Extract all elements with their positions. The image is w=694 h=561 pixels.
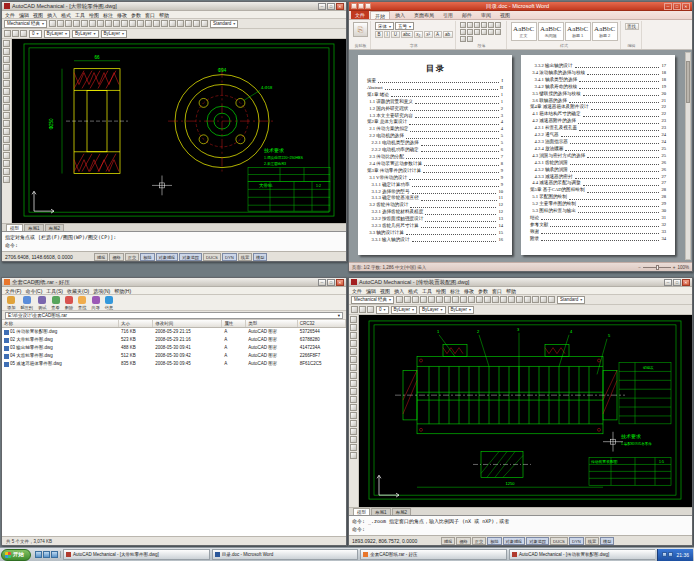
workspace-dropdown[interactable]: Mechanical 经典▾ xyxy=(4,20,47,28)
tab-文件[interactable]: 文件 xyxy=(351,11,369,19)
construction-line-icon[interactable] xyxy=(350,324,357,331)
wizard-button[interactable]: 向导 xyxy=(91,296,99,310)
multilevel-list-icon[interactable] xyxy=(474,22,480,28)
extract-button[interactable]: 解压到 xyxy=(20,296,33,310)
test-button[interactable]: 测试 xyxy=(38,296,46,310)
tab-布局2[interactable]: 布局2 xyxy=(45,224,65,231)
open-icon[interactable] xyxy=(404,296,411,303)
align-right-icon[interactable] xyxy=(481,29,487,35)
menu-工具[interactable]: 工具 xyxy=(75,12,85,18)
arc-icon[interactable] xyxy=(350,356,357,363)
taskbar-button[interactable]: 目录.doc - Microsoft Word xyxy=(212,549,359,560)
menu-选项(N)[interactable]: 选项(N) xyxy=(93,288,110,294)
column-header-类型[interactable]: 类型 xyxy=(246,320,298,327)
mode-栅格[interactable]: 栅格 xyxy=(109,253,123,261)
mode-模型[interactable]: 模型 xyxy=(253,253,267,261)
borders-icon[interactable] xyxy=(467,36,473,42)
circle-icon[interactable] xyxy=(3,88,10,95)
zoom-slider[interactable] xyxy=(643,267,671,268)
region-icon[interactable] xyxy=(3,160,10,167)
paste-icon[interactable] xyxy=(113,20,120,27)
region-icon[interactable] xyxy=(350,436,357,443)
new-icon[interactable] xyxy=(49,20,56,27)
gradient-icon[interactable] xyxy=(3,152,10,159)
layer-dropdown[interactable]: 0▾ xyxy=(376,306,389,314)
mode-线宽[interactable]: 线宽 xyxy=(585,537,599,545)
menu-编辑[interactable]: 编辑 xyxy=(366,288,376,294)
repeat-icon[interactable] xyxy=(365,3,371,9)
tab-布局1[interactable]: 布局1 xyxy=(24,224,44,231)
increase-indent-icon[interactable] xyxy=(488,22,494,28)
tab-模型[interactable]: 模型 xyxy=(6,224,23,231)
taskbar-button[interactable]: 全套CAD图纸.rar - 好压 xyxy=(360,549,507,560)
maximize-button[interactable]: □ xyxy=(673,3,681,10)
publish-icon[interactable] xyxy=(436,296,443,303)
find-button[interactable]: 查找 xyxy=(78,296,86,310)
start-button[interactable]: 开始 xyxy=(1,549,31,561)
publish-icon[interactable] xyxy=(89,20,96,27)
superscript-button[interactable]: x² xyxy=(424,31,433,38)
close-button[interactable]: ✕ xyxy=(682,279,690,286)
undo-icon[interactable] xyxy=(476,296,483,303)
layer-properties-icon[interactable] xyxy=(351,306,358,313)
bullets-icon[interactable] xyxy=(460,22,466,28)
match-properties-icon[interactable] xyxy=(121,20,128,27)
text-style-dropdown[interactable]: Standard▾ xyxy=(557,296,585,304)
match-properties-icon[interactable] xyxy=(468,296,475,303)
tab-模型[interactable]: 模型 xyxy=(353,508,370,515)
polygon-icon[interactable] xyxy=(350,340,357,347)
table-icon[interactable] xyxy=(3,168,10,175)
save-icon[interactable] xyxy=(412,296,419,303)
table-row[interactable]: 05 减速器箱体零件图.dwg835 KB2008-05-30 09:45AAu… xyxy=(2,360,346,368)
path-dropdown[interactable]: E:\毕业设计\全套CAD图纸.rar▾ xyxy=(5,312,343,319)
spline-icon[interactable] xyxy=(3,104,10,111)
save-icon[interactable] xyxy=(351,3,357,9)
style-标题 1[interactable]: AaBbC标题 1 xyxy=(565,22,591,41)
mode-捕捉[interactable]: 捕捉 xyxy=(441,537,455,545)
document-area[interactable]: 目 录 摘要IAbstractII第1章 绪论1 1.1 课题的背景和意义1 1… xyxy=(349,50,692,262)
redo-icon[interactable] xyxy=(484,296,491,303)
mode-线宽[interactable]: 线宽 xyxy=(238,253,252,261)
layer-states-icon[interactable] xyxy=(359,306,366,313)
line-spacing-icon[interactable] xyxy=(495,29,501,35)
plot-preview-icon[interactable] xyxy=(428,296,435,303)
table-row[interactable]: 03 输出轴零件图.dwg488 KB2008-05-30 09:41AAuto… xyxy=(2,344,346,352)
zoom-realtime-icon[interactable] xyxy=(153,20,160,27)
ellipse-icon[interactable] xyxy=(350,388,357,395)
view-button[interactable]: 查看 xyxy=(51,296,59,310)
menu-标注[interactable]: 标注 xyxy=(103,12,113,18)
mode-正交[interactable]: 正交 xyxy=(125,253,139,261)
network-icon[interactable] xyxy=(668,552,673,557)
column-header-属性[interactable]: 属性 xyxy=(222,320,246,327)
title-bar[interactable]: 目录.doc - Microsoft Word ─ □ ✕ xyxy=(349,2,692,11)
zoom-window-icon[interactable] xyxy=(508,296,515,303)
revision-cloud-icon[interactable] xyxy=(3,96,10,103)
volume-icon[interactable] xyxy=(662,552,667,557)
underline-button[interactable]: U xyxy=(391,31,399,38)
menu-参数[interactable]: 参数 xyxy=(131,12,141,18)
maximize-button[interactable]: □ xyxy=(673,279,681,286)
delete-button[interactable]: 删除 xyxy=(65,296,73,310)
polygon-icon[interactable] xyxy=(3,64,10,71)
lineweight-dropdown[interactable]: ByLayer▾ xyxy=(448,306,475,314)
mode-DYN[interactable]: DYN xyxy=(222,253,237,261)
mode-对象追踪[interactable]: 对象追踪 xyxy=(179,253,202,261)
plot-preview-icon[interactable] xyxy=(81,20,88,27)
menu-参数[interactable]: 参数 xyxy=(478,288,488,294)
zoom-knob[interactable] xyxy=(656,265,659,270)
mode-对象捕捉[interactable]: 对象捕捉 xyxy=(156,253,179,261)
tab-插入[interactable]: 插入 xyxy=(391,11,409,19)
menu-窗口[interactable]: 窗口 xyxy=(492,288,502,294)
properties-icon[interactable] xyxy=(524,296,531,303)
spline-icon[interactable] xyxy=(350,380,357,387)
mode-正交[interactable]: 正交 xyxy=(472,537,486,545)
menu-文件[interactable]: 文件 xyxy=(352,288,362,294)
drawing-canvas[interactable]: Φ250 66 Φ94 4-Φ18 xyxy=(12,39,346,223)
polyline-icon[interactable] xyxy=(350,332,357,339)
show-desktop-icon[interactable] xyxy=(43,551,50,558)
document-page-1[interactable]: 目 录 摘要IAbstractII第1章 绪论1 1.1 课题的背景和意义1 1… xyxy=(358,55,512,255)
tab-布局1[interactable]: 布局1 xyxy=(371,508,391,515)
close-button[interactable]: ✕ xyxy=(682,3,690,10)
style-标题 2[interactable]: AaBbC标题 2 xyxy=(592,22,618,41)
save-icon[interactable] xyxy=(65,20,72,27)
